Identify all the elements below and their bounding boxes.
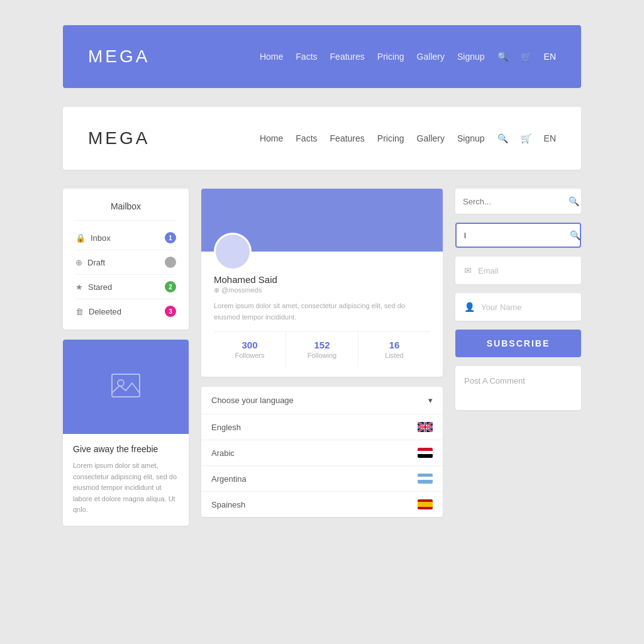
lang-spain[interactable]: Spainesh — [201, 492, 443, 517]
nav-pricing-white[interactable]: Pricing — [377, 133, 404, 143]
nav-features-blue[interactable]: Features — [330, 52, 365, 62]
mailbox-deleted[interactable]: 🗑 Deleeted 3 — [75, 299, 176, 323]
right-column: 🔍 🔍 ✉ Email 👤 Your Name SUBSCRIBE Post — [455, 189, 581, 410]
nav-signup-blue[interactable]: Signup — [457, 52, 485, 62]
star-icon: ★ — [75, 282, 83, 292]
middle-column: Mohamed Said @mossmeds Lorem ipsum dolor… — [201, 189, 443, 517]
argentina-label: Argentina — [211, 474, 247, 484]
draft-label: Draft — [87, 258, 105, 267]
nav-facts-white[interactable]: Facts — [296, 133, 317, 143]
comment-box[interactable]: Post A Comment — [455, 366, 581, 410]
language-card: Choose your language ▾ Englesh — [201, 387, 443, 517]
following-label: Following — [286, 352, 358, 359]
nav-blue: Home Facts Features Pricing Gallery Sign… — [260, 52, 556, 62]
mailbox-card: Mailbox 🔒 Inbox 1 ⊕ Draft — [63, 189, 189, 330]
lang-blue[interactable]: EN — [544, 52, 556, 62]
nav-home-blue[interactable]: Home — [260, 52, 283, 62]
stared-badge: 2 — [165, 281, 176, 292]
nav-white: Home Facts Features Pricing Gallery Sign… — [260, 133, 556, 143]
search-input[interactable] — [463, 197, 569, 206]
search-input-active[interactable] — [464, 231, 570, 240]
inbox-icon: 🔒 — [75, 233, 86, 243]
lang-english[interactable]: Englesh — [201, 414, 443, 440]
name-field[interactable]: 👤 Your Name — [455, 293, 581, 321]
mailbox-stared[interactable]: ★ Stared 2 — [75, 275, 176, 299]
arabic-label: Arabic — [211, 448, 235, 458]
draft-icon: ⊕ — [75, 258, 82, 267]
profile-stats: 300 Followers 152 Following 16 Listed — [214, 331, 430, 367]
mailbox-draft[interactable]: ⊕ Draft — [75, 250, 176, 275]
nav-pricing-blue[interactable]: Pricing — [377, 52, 404, 62]
nav-gallery-white[interactable]: Gallery — [417, 133, 445, 143]
freebie-image — [63, 340, 189, 434]
draft-badge — [165, 257, 176, 268]
language-select[interactable]: Choose your language ▾ — [201, 387, 443, 414]
mailbox-inbox[interactable]: 🔒 Inbox 1 — [75, 226, 176, 250]
svg-rect-19 — [418, 507, 433, 509]
freebie-description: Lorem ipsum dolor sit amet, consectetur … — [73, 460, 179, 516]
email-icon: ✉ — [464, 265, 472, 275]
email-label: Email — [478, 266, 499, 275]
english-label: Englesh — [211, 423, 241, 432]
email-field[interactable]: ✉ Email — [455, 257, 581, 284]
lang-argentina[interactable]: Argentina — [201, 466, 443, 492]
nav-facts-blue[interactable]: Facts — [296, 52, 317, 62]
flag-argentina — [418, 474, 433, 484]
stat-listed: 16 Listed — [358, 332, 430, 367]
nav-signup-white[interactable]: Signup — [457, 133, 485, 143]
cart-icon-blue[interactable]: 🛒 — [521, 52, 531, 62]
search-box-active[interactable]: 🔍 — [455, 223, 581, 248]
deleted-label: Deleeted — [89, 307, 121, 316]
following-count: 152 — [286, 340, 358, 350]
stat-following: 152 Following — [286, 332, 358, 367]
subscribe-button[interactable]: SUBSCRIBE — [455, 330, 581, 357]
profile-description: Lorem ipsum dolor sit amet, consectetur … — [214, 301, 430, 323]
search-box-normal[interactable]: 🔍 — [455, 189, 581, 214]
stat-followers: 300 Followers — [214, 332, 286, 367]
navbar-blue: MEGA Home Facts Features Pricing Gallery… — [63, 25, 581, 88]
search-active-icon[interactable]: 🔍 — [570, 230, 580, 240]
freebie-body: Give away the freebie Lorem ipsum dolor … — [63, 434, 189, 526]
svg-rect-0 — [112, 374, 140, 397]
search-icon-white[interactable]: 🔍 — [497, 133, 508, 143]
svg-rect-18 — [418, 502, 433, 507]
language-placeholder: Choose your language — [211, 396, 294, 405]
flag-uk — [418, 422, 433, 432]
lang-white[interactable]: EN — [544, 133, 556, 143]
nav-features-white[interactable]: Features — [330, 133, 365, 143]
profile-name: Mohamed Said — [214, 274, 430, 285]
flag-spain — [418, 499, 433, 509]
navbar-white: MEGA Home Facts Features Pricing Gallery… — [63, 107, 581, 170]
flag-arabic — [418, 448, 433, 458]
spain-label: Spainesh — [211, 500, 245, 509]
profile-handle: @mossmeds — [214, 286, 430, 294]
avatar — [214, 233, 252, 270]
nav-home-white[interactable]: Home — [260, 133, 283, 143]
stared-label: Stared — [88, 282, 112, 292]
trash-icon: 🗑 — [75, 307, 84, 316]
chevron-down-icon: ▾ — [428, 396, 433, 405]
mailbox-title: Mailbox — [75, 201, 176, 221]
main-content: Mailbox 🔒 Inbox 1 ⊕ Draft — [63, 189, 581, 526]
listed-label: Listed — [358, 352, 430, 359]
svg-point-1 — [118, 380, 124, 386]
lang-arabic[interactable]: Arabic — [201, 440, 443, 466]
svg-rect-13 — [418, 454, 433, 458]
person-icon: 👤 — [464, 302, 475, 312]
comment-label: Post A Comment — [464, 376, 525, 386]
listed-count: 16 — [358, 340, 430, 350]
followers-label: Followers — [214, 352, 286, 359]
left-column: Mailbox 🔒 Inbox 1 ⊕ Draft — [63, 189, 189, 526]
freebie-card: Give away the freebie Lorem ipsum dolor … — [63, 340, 189, 526]
search-icon[interactable]: 🔍 — [569, 196, 579, 206]
cart-icon-white[interactable]: 🛒 — [521, 133, 531, 143]
freebie-image-icon — [107, 368, 145, 406]
search-icon-blue[interactable]: 🔍 — [497, 52, 508, 62]
inbox-label: Inbox — [91, 233, 111, 243]
inbox-badge: 1 — [165, 232, 176, 243]
svg-rect-10 — [418, 426, 433, 428]
profile-body: Mohamed Said @mossmeds Lorem ipsum dolor… — [201, 252, 443, 377]
nav-gallery-blue[interactable]: Gallery — [417, 52, 445, 62]
freebie-title: Give away the freebie — [73, 444, 179, 454]
name-label: Your Name — [481, 303, 522, 312]
